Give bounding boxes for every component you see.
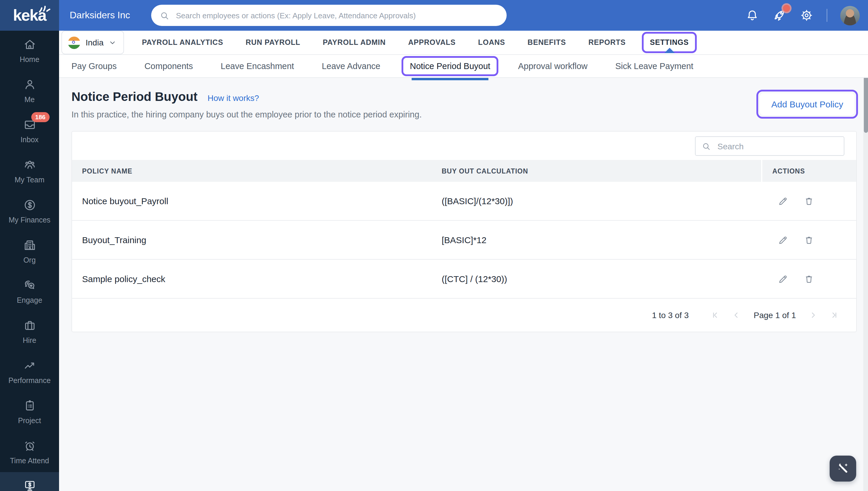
main-content: Notice Period Buyout How it works? In th… bbox=[59, 78, 868, 491]
sidebar-item-inbox[interactable]: 186 Inbox bbox=[0, 111, 59, 151]
sidebar-item-home[interactable]: Home bbox=[0, 31, 59, 71]
search-icon bbox=[160, 10, 169, 20]
row-actions bbox=[762, 273, 856, 284]
row-actions bbox=[762, 235, 856, 245]
sidebar-item-me[interactable]: Me bbox=[0, 71, 59, 111]
settings-subnav: Pay Groups Components Leave Encashment L… bbox=[59, 54, 868, 78]
notification-dot-badge bbox=[783, 5, 790, 12]
trash-icon bbox=[804, 196, 814, 206]
page-title: Notice Period Buyout bbox=[72, 90, 197, 104]
region-selector[interactable]: India bbox=[61, 31, 124, 54]
chevron-down-icon bbox=[109, 39, 117, 46]
first-page-icon bbox=[711, 311, 720, 319]
trend-up-icon bbox=[23, 359, 36, 372]
how-it-works-link[interactable]: How it works? bbox=[207, 93, 259, 103]
table-search[interactable] bbox=[695, 136, 844, 156]
sidebar: Home Me 186 Inbox My Team My Finances Or… bbox=[0, 31, 59, 491]
sidebar-item-payroll[interactable] bbox=[0, 472, 59, 491]
settings-gear-icon[interactable] bbox=[800, 8, 814, 22]
delete-policy-button[interactable] bbox=[804, 273, 814, 284]
sidebar-item-my-finances[interactable]: My Finances bbox=[0, 191, 59, 231]
trash-icon bbox=[804, 273, 814, 284]
user-avatar[interactable] bbox=[840, 6, 860, 25]
team-icon bbox=[23, 158, 36, 172]
policy-name-cell: Buyout_Training bbox=[72, 235, 431, 245]
pencil-icon bbox=[778, 196, 788, 206]
alarm-clock-icon bbox=[23, 439, 36, 453]
global-search[interactable] bbox=[151, 5, 507, 26]
sidebar-item-project[interactable]: Project bbox=[0, 392, 59, 432]
inbox-count-badge: 186 bbox=[31, 112, 50, 122]
notifications-bell-icon[interactable] bbox=[745, 8, 759, 22]
row-actions bbox=[762, 196, 856, 206]
topbar: keka Darksiders Inc bbox=[0, 0, 868, 31]
delete-policy-button[interactable] bbox=[804, 196, 814, 206]
edit-policy-button[interactable] bbox=[778, 235, 788, 245]
module-nav: India PAYROLL ANALYTICS RUN PAYROLL PAYR… bbox=[59, 31, 868, 55]
nav-tab-loans[interactable]: LOANS bbox=[478, 38, 505, 47]
payroll-monitor-icon bbox=[23, 479, 36, 491]
calculation-cell: ([CTC] / (12*30)) bbox=[431, 274, 762, 284]
keka-logo[interactable]: keka bbox=[0, 0, 59, 31]
add-buyout-policy-button[interactable]: Add Buyout Policy bbox=[760, 93, 855, 115]
policies-card: POLICY NAME BUY OUT CALCULATION ACTIONS … bbox=[72, 131, 857, 332]
nav-tab-settings[interactable]: SETTINGS bbox=[642, 32, 697, 53]
search-icon bbox=[701, 141, 711, 151]
whats-new-rocket-icon[interactable] bbox=[772, 8, 786, 22]
table-header-row: POLICY NAME BUY OUT CALCULATION ACTIONS bbox=[72, 160, 856, 182]
first-page-button[interactable] bbox=[711, 311, 720, 319]
nav-tab-payroll-analytics[interactable]: PAYROLL ANALYTICS bbox=[142, 38, 223, 47]
nav-tab-reports[interactable]: REPORTS bbox=[588, 38, 625, 47]
nav-tab-run-payroll[interactable]: RUN PAYROLL bbox=[246, 38, 300, 47]
subtab-pay-groups[interactable]: Pay Groups bbox=[72, 61, 117, 70]
home-icon bbox=[23, 38, 36, 51]
building-icon bbox=[23, 238, 36, 252]
edit-policy-button[interactable] bbox=[778, 273, 788, 284]
last-page-button[interactable] bbox=[830, 311, 838, 319]
subtab-components[interactable]: Components bbox=[144, 61, 193, 70]
pencil-icon bbox=[778, 235, 788, 245]
sidebar-item-hire[interactable]: Hire bbox=[0, 312, 59, 352]
subtab-sick-leave-payment[interactable]: Sick Leave Payment bbox=[615, 61, 693, 70]
nav-tab-payroll-admin[interactable]: PAYROLL ADMIN bbox=[323, 38, 386, 47]
table-search-input[interactable] bbox=[716, 141, 838, 151]
pagination-page-label: Page 1 of 1 bbox=[754, 310, 796, 320]
pagination-range: 1 to 3 of 3 bbox=[652, 310, 689, 320]
sidebar-item-org[interactable]: Org bbox=[0, 231, 59, 271]
calculation-cell: [BASIC]*12 bbox=[431, 235, 762, 245]
subtab-approval-workflow[interactable]: Approval workflow bbox=[518, 61, 588, 70]
topbar-divider bbox=[827, 9, 827, 22]
column-policy-name: POLICY NAME bbox=[72, 167, 431, 174]
sidebar-item-engage[interactable]: Engage bbox=[0, 271, 59, 312]
edit-policy-button[interactable] bbox=[778, 196, 788, 206]
assistant-wand-button[interactable] bbox=[830, 456, 856, 482]
column-actions: ACTIONS bbox=[762, 160, 856, 182]
policy-name-cell: Notice buyout_Payroll bbox=[72, 196, 431, 206]
nav-tab-benefits[interactable]: BENEFITS bbox=[528, 38, 566, 47]
last-page-icon bbox=[830, 311, 838, 319]
subtab-leave-encashment[interactable]: Leave Encashment bbox=[221, 61, 294, 70]
table-row: Notice buyout_Payroll ([BASIC]/(12*30)]) bbox=[72, 182, 856, 221]
sidebar-item-my-team[interactable]: My Team bbox=[0, 151, 59, 191]
table-row: Sample policy_check ([CTC] / (12*30)) bbox=[72, 260, 856, 299]
trash-icon bbox=[804, 235, 814, 245]
nav-tab-approvals[interactable]: APPROVALS bbox=[408, 38, 455, 47]
company-name: Darksiders Inc bbox=[70, 10, 130, 21]
chevron-left-icon bbox=[732, 311, 741, 319]
user-icon bbox=[23, 78, 36, 91]
policy-name-cell: Sample policy_check bbox=[72, 274, 431, 284]
dollar-circle-icon bbox=[23, 198, 36, 212]
module-nav-tabs: PAYROLL ANALYTICS RUN PAYROLL PAYROLL AD… bbox=[142, 36, 689, 49]
pencil-icon bbox=[778, 273, 788, 284]
delete-policy-button[interactable] bbox=[804, 235, 814, 245]
clipboard-icon bbox=[23, 399, 36, 412]
india-flag-icon bbox=[68, 36, 80, 49]
briefcase-icon bbox=[23, 319, 36, 332]
sidebar-item-time-attend[interactable]: Time Attend bbox=[0, 432, 59, 472]
global-search-input[interactable] bbox=[175, 10, 498, 20]
subtab-notice-period-buyout[interactable]: Notice Period Buyout bbox=[401, 56, 498, 76]
subtab-leave-advance[interactable]: Leave Advance bbox=[322, 61, 380, 70]
sidebar-item-performance[interactable]: Performance bbox=[0, 352, 59, 392]
next-page-button[interactable] bbox=[809, 311, 817, 319]
previous-page-button[interactable] bbox=[732, 311, 741, 319]
